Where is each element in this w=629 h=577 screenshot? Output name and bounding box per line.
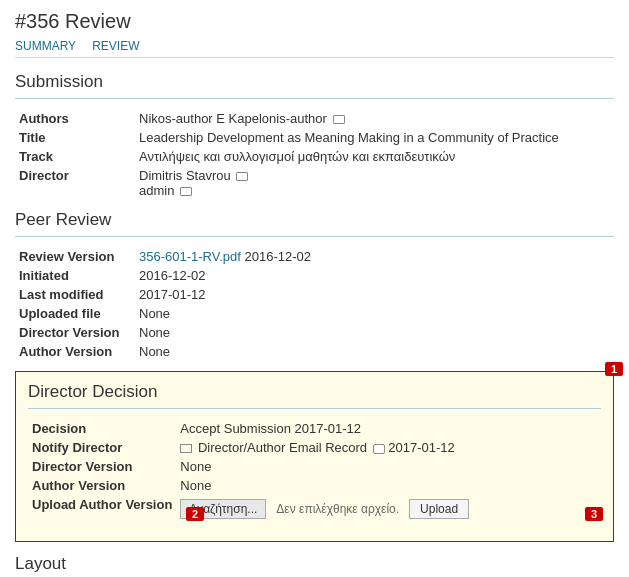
table-row: Upload Author Version Αναζήτηση... Δεν ε… (28, 495, 601, 521)
table-row: Track Αντιλήψεις και συλλογισμοί μαθητών… (15, 147, 614, 166)
label-director: Director (15, 166, 135, 200)
label-initiated: Initiated (15, 266, 135, 285)
table-row: Author Version None (15, 342, 614, 361)
decision-table: Decision Accept Submission 2017-01-12 No… (28, 419, 601, 521)
badge-3: 3 (585, 507, 603, 521)
value-decision-director-version: None (176, 457, 601, 476)
table-row: Authors Nikos-author E Kapelonis-author (15, 109, 614, 128)
value-uploaded-file: None (135, 304, 614, 323)
tab-summary[interactable]: SUMMARY (15, 39, 76, 53)
table-row: Uploaded file None (15, 304, 614, 323)
file-label: Δεν επιλέχθηκε αρχείο. (270, 500, 405, 518)
table-row: Director Dimitris Stavrou admin (15, 166, 614, 200)
submission-title: Submission (15, 72, 614, 92)
table-row: Initiated 2016-12-02 (15, 266, 614, 285)
label-review-version: Review Version (15, 247, 135, 266)
table-row: Notify Director Director/Author Email Re… (28, 438, 601, 457)
peer-review-table: Review Version 356-601-1-RV.pdf 2016-12-… (15, 247, 614, 361)
label-authors: Authors (15, 109, 135, 128)
value-author-version: None (135, 342, 614, 361)
value-last-modified: 2017-01-12 (135, 285, 614, 304)
label-title: Title (15, 128, 135, 147)
value-initiated: 2016-12-02 (135, 266, 614, 285)
value-director-admin: admin (139, 183, 174, 198)
page-title: #356 Review (15, 10, 614, 33)
table-row: Author Version None (28, 476, 601, 495)
upload-button[interactable]: Upload (409, 499, 469, 519)
table-row: Title Leadership Development as Meaning … (15, 128, 614, 147)
director-decision-title: Director Decision (28, 382, 601, 402)
label-upload-author-version: Upload Author Version (28, 495, 176, 521)
upload-row: Αναζήτηση... Δεν επιλέχθηκε αρχείο. Uplo… (180, 499, 597, 519)
value-title: Leadership Development as Meaning Making… (135, 128, 614, 147)
label-track: Track (15, 147, 135, 166)
tab-review[interactable]: REVIEW (92, 39, 139, 53)
value-director-name: Dimitris Stavrou (139, 168, 231, 183)
peer-review-title: Peer Review (15, 210, 614, 230)
peer-review-divider (15, 236, 614, 237)
value-decision-author-version: None (176, 476, 601, 495)
layout-title: Layout (15, 554, 614, 574)
label-uploaded-file: Uploaded file (15, 304, 135, 323)
email-icon-authors[interactable] (333, 115, 345, 124)
table-row: Decision Accept Submission 2017-01-12 (28, 419, 601, 438)
director-decision-section: 1 Director Decision Decision Accept Subm… (15, 371, 614, 542)
value-director-version: None (135, 323, 614, 342)
review-version-date: 2016-12-02 (245, 249, 312, 264)
chat-icon-notify (373, 444, 385, 454)
decision-divider (28, 408, 601, 409)
label-author-version: Author Version (15, 342, 135, 361)
badge-2: 2 (186, 507, 204, 521)
label-notify-director: Notify Director (28, 438, 176, 457)
value-notify-director: Director/Author Email Record (198, 440, 367, 455)
value-decision: Accept Submission 2017-01-12 (176, 419, 601, 438)
value-authors: Nikos-author E Kapelonis-author (139, 111, 327, 126)
label-decision-director-version: Director Version (28, 457, 176, 476)
peer-review-section: Peer Review Review Version 356-601-1-RV.… (15, 210, 614, 361)
review-version-link[interactable]: 356-601-1-RV.pdf (139, 249, 241, 264)
nav-tabs: SUMMARY REVIEW (15, 39, 614, 58)
value-track: Αντιλήψεις και συλλογισμοί μαθητών και ε… (135, 147, 614, 166)
submission-table: Authors Nikos-author E Kapelonis-author … (15, 109, 614, 200)
label-decision: Decision (28, 419, 176, 438)
submission-section: Submission Authors Nikos-author E Kapelo… (15, 72, 614, 200)
table-row: Review Version 356-601-1-RV.pdf 2016-12-… (15, 247, 614, 266)
table-row: Director Version None (15, 323, 614, 342)
value-notify-date: 2017-01-12 (388, 440, 455, 455)
badge-1: 1 (605, 362, 623, 376)
email-icon-notify (180, 444, 192, 453)
layout-section: Layout (15, 554, 614, 574)
submission-divider (15, 98, 614, 99)
label-director-version: Director Version (15, 323, 135, 342)
table-row: Director Version None (28, 457, 601, 476)
label-last-modified: Last modified (15, 285, 135, 304)
table-row: Last modified 2017-01-12 (15, 285, 614, 304)
label-decision-author-version: Author Version (28, 476, 176, 495)
email-icon-admin[interactable] (180, 187, 192, 196)
email-icon-director[interactable] (236, 172, 248, 181)
